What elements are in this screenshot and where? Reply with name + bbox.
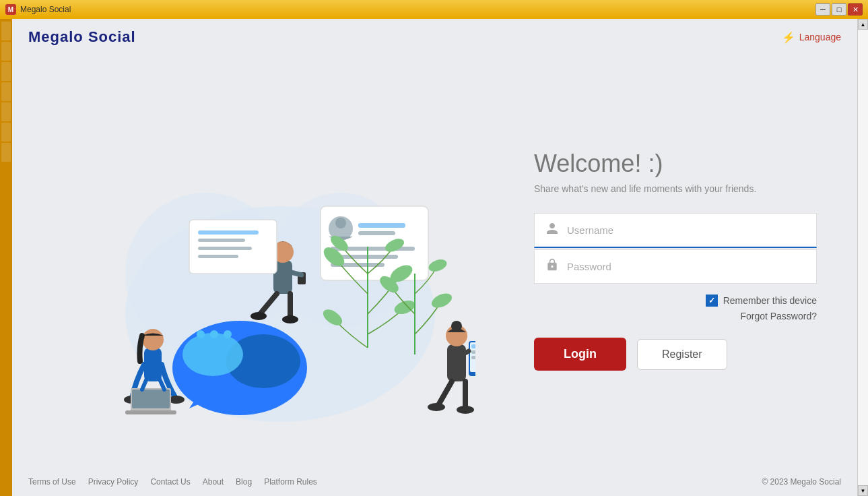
taskbar-item (1, 62, 11, 81)
svg-point-50 (451, 321, 462, 332)
footer-terms-link[interactable]: Terms of Use (28, 477, 76, 487)
svg-point-63 (224, 330, 232, 338)
language-button[interactable]: ⚡ Language (782, 31, 841, 44)
svg-point-11 (251, 312, 267, 320)
remember-text: Remember this device (723, 295, 817, 306)
svg-rect-59 (471, 356, 475, 359)
register-button[interactable]: Register (637, 339, 727, 370)
svg-rect-44 (132, 390, 170, 408)
login-panel: Welcome! :) Share what's new and life mo… (534, 136, 817, 384)
footer-privacy-link[interactable]: Privacy Policy (88, 477, 139, 487)
remember-checkbox[interactable] (706, 294, 718, 307)
forgot-row: Forgot Password? (534, 311, 817, 321)
illustration-area (12, 98, 534, 422)
footer-contact-link[interactable]: Contact Us (150, 477, 190, 487)
password-input-group (534, 249, 817, 284)
footer-blog-link[interactable]: Blog (236, 477, 252, 487)
welcome-subtitle: Share what's new and life moments with y… (534, 183, 817, 194)
options-row: Remember this device (534, 294, 817, 307)
taskbar-item (1, 22, 11, 40)
action-row: Login Register (534, 338, 817, 371)
svg-rect-48 (447, 344, 466, 381)
close-button[interactable]: ✕ (848, 3, 863, 16)
svg-point-6 (182, 333, 243, 376)
user-icon (545, 222, 559, 239)
app-icon: M (5, 4, 16, 15)
restore-button[interactable]: □ (832, 3, 846, 16)
login-button[interactable]: Login (534, 338, 626, 371)
password-input[interactable] (567, 250, 805, 283)
svg-point-54 (457, 406, 474, 414)
forgot-password-link[interactable]: Forgot Password? (740, 311, 817, 321)
svg-rect-18 (358, 223, 405, 228)
svg-rect-24 (198, 230, 259, 235)
username-input-group (534, 213, 817, 248)
titlebar: M Megalo Social ─ □ ✕ (0, 0, 868, 19)
svg-point-12 (282, 315, 298, 323)
footer-rules-link[interactable]: Platform Rules (264, 477, 317, 487)
svg-point-62 (210, 330, 218, 338)
welcome-title: Welcome! :) (534, 150, 817, 178)
taskbar-item (1, 42, 11, 61)
footer-copyright: © 2023 Megalo Social (762, 477, 841, 487)
language-label: Language (799, 32, 841, 42)
svg-rect-26 (198, 247, 252, 250)
taskbar-item (1, 102, 11, 121)
svg-rect-27 (198, 255, 238, 258)
svg-point-17 (335, 218, 346, 228)
svg-rect-58 (471, 350, 475, 354)
left-taskbar (0, 19, 12, 496)
taskbar-item (1, 143, 11, 162)
footer-about-link[interactable]: About (203, 477, 224, 487)
titlebar-left: M Megalo Social (5, 4, 71, 15)
svg-point-42 (142, 329, 164, 350)
scrollbar-track (858, 30, 868, 485)
svg-point-53 (428, 403, 445, 411)
language-icon: ⚡ (782, 31, 795, 44)
svg-rect-25 (198, 239, 245, 242)
svg-rect-19 (358, 231, 395, 235)
titlebar-controls: ─ □ ✕ (815, 3, 863, 16)
taskbar-item (1, 82, 11, 101)
scrollbar-down[interactable]: ▼ (858, 485, 868, 496)
footer: Terms of Use Privacy Policy Contact Us A… (12, 468, 857, 496)
footer-links: Terms of Use Privacy Policy Contact Us A… (28, 477, 317, 487)
brand-logo: Megalo Social (28, 28, 136, 46)
svg-rect-45 (125, 410, 176, 414)
svg-point-38 (427, 257, 448, 274)
titlebar-title: Megalo Social (20, 5, 71, 14)
username-input[interactable] (567, 214, 805, 247)
scrollbar: ▲ ▼ (857, 19, 868, 496)
minimize-button[interactable]: ─ (815, 3, 830, 16)
topnav: Megalo Social ⚡ Language (12, 19, 857, 53)
lock-icon (545, 258, 559, 275)
illustration-svg (85, 98, 475, 422)
scrollbar-up[interactable]: ▲ (858, 19, 868, 30)
svg-point-61 (197, 330, 205, 338)
svg-rect-57 (471, 344, 475, 348)
svg-line-51 (438, 381, 452, 405)
remember-label[interactable]: Remember this device (706, 294, 817, 307)
taskbar-item (1, 123, 11, 142)
main-area: Welcome! :) Share what's new and life mo… (12, 53, 857, 468)
